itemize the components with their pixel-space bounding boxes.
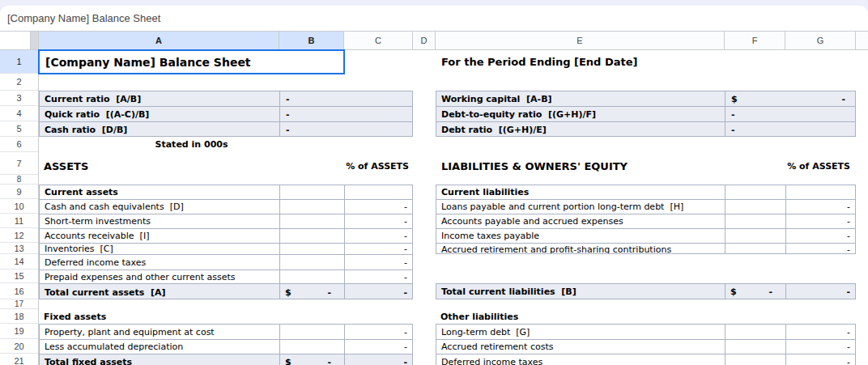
- ratio-label[interactable]: Current ratio [A/B]: [45, 91, 141, 106]
- total-amount-cell[interactable]: $ -: [279, 354, 344, 365]
- cell-a6-stated-note[interactable]: Stated in 000s: [39, 137, 344, 152]
- total-amount-cell[interactable]: $ -: [279, 284, 344, 299]
- item-label[interactable]: Loans payable and current portion long-t…: [441, 200, 683, 214]
- row-header-6[interactable]: 6: [0, 137, 38, 152]
- row-header-8[interactable]: 8: [0, 175, 38, 185]
- item-label[interactable]: Short-term investments: [45, 214, 151, 228]
- row-header-13[interactable]: 13: [0, 243, 38, 254]
- row-header-14[interactable]: 14: [0, 254, 38, 270]
- assets-pct-heading[interactable]: % of ASSETS: [279, 152, 409, 175]
- pct-cell[interactable]: -: [785, 214, 855, 228]
- amount-cell-empty[interactable]: [725, 340, 785, 354]
- item-label[interactable]: Inventories [C]: [45, 244, 113, 254]
- column-header-d[interactable]: D: [413, 32, 436, 49]
- pct-cell[interactable]: -: [785, 340, 855, 354]
- item-label[interactable]: Deferred income taxes: [441, 354, 542, 365]
- amount-cell-empty[interactable]: [279, 200, 344, 214]
- ratio-value-cell[interactable]: $ -: [725, 91, 855, 106]
- row-header-21[interactable]: 21: [0, 354, 38, 365]
- pct-cell[interactable]: -: [785, 354, 855, 365]
- column-header-c[interactable]: C: [344, 32, 413, 49]
- row-header-3[interactable]: 3: [0, 91, 38, 106]
- amount-cell-empty[interactable]: [279, 325, 344, 339]
- row-header-1[interactable]: 1: [0, 50, 38, 74]
- cell-a1-sheet-title[interactable]: [Company Name] Balance Sheet: [39, 50, 344, 74]
- row-header-9[interactable]: 9: [0, 185, 38, 199]
- amount-cell-empty[interactable]: [725, 354, 785, 365]
- amount-cell-empty[interactable]: [725, 200, 785, 214]
- pct-cell[interactable]: -: [785, 325, 855, 339]
- ratio-value-cell[interactable]: -: [279, 91, 412, 106]
- ratio-value-cell[interactable]: -: [279, 107, 412, 121]
- row-header-18[interactable]: 18: [0, 309, 38, 324]
- ratio-label[interactable]: Working capital [A-B]: [441, 91, 552, 106]
- amount-cell-empty[interactable]: [725, 185, 785, 199]
- column-header-a[interactable]: A: [39, 32, 279, 49]
- item-label[interactable]: Accounts payable and accrued expenses: [441, 214, 623, 228]
- assets-heading[interactable]: ASSETS: [44, 152, 88, 175]
- amount-cell-empty[interactable]: [725, 325, 785, 339]
- ratio-label[interactable]: Debt-to-equity ratio [(G+H)/F]: [441, 107, 596, 121]
- row-header-2[interactable]: 2: [0, 74, 38, 91]
- ratio-label[interactable]: Quick ratio [(A-C)/B]: [45, 107, 149, 121]
- amount-cell-empty[interactable]: [279, 244, 344, 254]
- row-header-17[interactable]: 17: [0, 299, 38, 309]
- amount-cell-empty[interactable]: [279, 214, 344, 228]
- row-header-15[interactable]: 15: [0, 270, 38, 283]
- item-label[interactable]: Accrued retirement costs: [441, 340, 553, 354]
- amount-cell-empty[interactable]: [725, 214, 785, 228]
- amount-cell-empty[interactable]: [725, 244, 785, 254]
- total-label[interactable]: Total current assets [A]: [45, 284, 165, 299]
- total-amount-cell[interactable]: $ -: [725, 284, 785, 299]
- amount-cell-empty[interactable]: [279, 270, 344, 283]
- item-label[interactable]: Deferred income taxes: [45, 255, 146, 270]
- row-header-19[interactable]: 19: [0, 324, 38, 339]
- total-label[interactable]: Total fixed assets: [45, 354, 132, 365]
- pct-cell[interactable]: -: [344, 255, 412, 270]
- ratio-label[interactable]: Cash ratio [D/B]: [45, 122, 127, 137]
- pct-cell-empty[interactable]: [344, 185, 412, 199]
- pct-cell[interactable]: -: [344, 200, 412, 214]
- item-label[interactable]: Cash and cash equivalents [D]: [45, 200, 184, 214]
- row-header-16[interactable]: 16: [0, 283, 38, 299]
- item-label[interactable]: Less accumulated depreciation: [45, 340, 183, 354]
- cell-e1-period-heading[interactable]: For the Period Ending [End Date]: [441, 50, 637, 74]
- row-header-7[interactable]: 7: [0, 152, 38, 175]
- fixed-assets-header[interactable]: Fixed assets: [44, 309, 106, 324]
- section-header[interactable]: Current liabilities: [441, 185, 529, 199]
- amount-cell-empty[interactable]: [279, 229, 344, 243]
- item-label[interactable]: Property, plant and equipment at cost: [45, 325, 215, 339]
- pct-cell[interactable]: -: [344, 214, 412, 228]
- item-label[interactable]: Accounts receivable [I]: [45, 229, 149, 243]
- pct-cell[interactable]: -: [785, 229, 855, 243]
- column-header-e[interactable]: E: [436, 32, 725, 49]
- amount-cell-empty[interactable]: [725, 229, 785, 243]
- item-label[interactable]: Prepaid expenses and other current asset…: [45, 270, 235, 283]
- row-header-20[interactable]: 20: [0, 339, 38, 354]
- total-pct-cell[interactable]: -: [344, 284, 412, 299]
- column-header-h-partial[interactable]: [856, 32, 868, 49]
- pct-cell[interactable]: -: [344, 340, 412, 354]
- ratio-value-cell[interactable]: -: [725, 122, 855, 137]
- column-header-f[interactable]: F: [725, 32, 785, 49]
- pct-cell[interactable]: -: [344, 229, 412, 243]
- item-label[interactable]: Accrued retirement and profit-sharing co…: [441, 244, 671, 254]
- ratio-value-cell[interactable]: -: [279, 122, 412, 137]
- total-pct-cell[interactable]: -: [344, 354, 412, 365]
- amount-cell-empty[interactable]: [279, 255, 344, 270]
- item-label[interactable]: Long-term debt [G]: [441, 325, 530, 339]
- column-header-g[interactable]: G: [785, 32, 856, 49]
- amount-cell-empty[interactable]: [279, 340, 344, 354]
- pct-cell[interactable]: -: [344, 244, 412, 254]
- row-header-4[interactable]: 4: [0, 106, 38, 121]
- pct-cell[interactable]: -: [344, 270, 412, 283]
- total-pct-cell[interactable]: -: [785, 284, 855, 299]
- column-header-b[interactable]: B: [279, 32, 344, 49]
- item-label[interactable]: Income taxes payable: [441, 229, 539, 243]
- pct-cell[interactable]: -: [785, 200, 855, 214]
- pct-cell-empty[interactable]: [785, 185, 855, 199]
- row-header-12[interactable]: 12: [0, 228, 38, 243]
- other-liabilities-header[interactable]: Other liabilities: [440, 309, 518, 324]
- ratio-value-cell[interactable]: -: [725, 107, 855, 121]
- row-header-10[interactable]: 10: [0, 199, 38, 214]
